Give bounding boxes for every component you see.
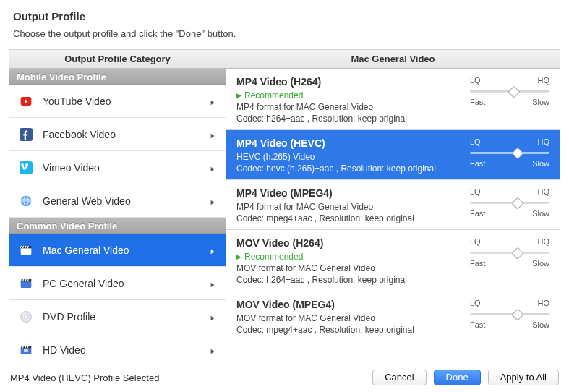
hq-label: HQ	[538, 237, 550, 246]
svg-marker-4	[211, 133, 215, 137]
slider-knob[interactable]	[508, 86, 520, 98]
output-profile-window: Output Profile Choose the output profile…	[0, 0, 569, 392]
svg-marker-18	[211, 249, 215, 253]
disc-icon	[18, 309, 34, 325]
quality-slider[interactable]: LQHQFastSlow	[470, 137, 549, 168]
slider-knob[interactable]	[512, 309, 524, 321]
category-hd-video[interactable]: HDHD Video	[9, 333, 226, 360]
lq-label: LQ	[470, 76, 481, 85]
category-label: Facebook Video	[43, 129, 210, 140]
slow-label: Slow	[532, 98, 549, 106]
clapperboard-icon	[18, 276, 34, 291]
chevron-right-icon	[210, 247, 217, 254]
group-header-mobile-video-profile: Mobile Video Profile	[9, 69, 226, 85]
svg-text:HD: HD	[24, 349, 29, 353]
slider-track[interactable]	[470, 247, 549, 257]
slider-track[interactable]	[470, 148, 549, 158]
format-column-header: Mac General Video	[226, 50, 560, 69]
svg-marker-11	[211, 200, 215, 204]
group-header-common-video-profile: Common Video Profile	[9, 218, 226, 234]
chevron-right-icon	[210, 131, 217, 138]
category-label: General Web Video	[43, 195, 210, 207]
clapperboard-hd-icon: HD	[18, 342, 34, 358]
svg-marker-6	[211, 166, 215, 171]
quality-slider[interactable]: LQHQFastSlow	[470, 299, 549, 329]
fast-label: Fast	[470, 209, 485, 218]
lq-label: LQ	[470, 299, 481, 307]
titlebar: Output Profile Choose the output profile…	[0, 0, 569, 45]
slider-track[interactable]	[470, 309, 549, 319]
category-column: Output Profile Category Mobile Video Pro…	[9, 50, 226, 360]
slider-track[interactable]	[470, 86, 549, 96]
format-codec: Codec: h264+aac , Resolution: keep origi…	[236, 114, 549, 124]
slow-label: Slow	[532, 259, 549, 268]
svg-rect-12	[21, 247, 32, 254]
category-label: Vimeo Video	[43, 162, 210, 174]
category-label: DVD Profile	[43, 311, 210, 323]
lq-label: LQ	[470, 187, 481, 196]
svg-marker-36	[211, 349, 215, 353]
category-facebook-video[interactable]: Facebook Video	[9, 118, 226, 151]
vimeo-icon	[18, 160, 34, 176]
svg-marker-25	[211, 282, 215, 286]
lq-label: LQ	[470, 137, 481, 146]
status-text: MP4 Video (HEVC) Profile Selected	[10, 372, 365, 383]
youtube-icon	[18, 93, 34, 109]
quality-slider[interactable]: LQHQFastSlow	[470, 237, 549, 268]
format-mov-h264[interactable]: MOV Video (H264)RecommendedMOV format fo…	[226, 230, 560, 291]
category-label: YouTube Video	[43, 95, 210, 107]
cancel-button[interactable]: Cancel	[372, 370, 426, 385]
window-title: Output Profile	[13, 10, 556, 22]
slider-knob[interactable]	[512, 197, 524, 210]
hq-label: HQ	[538, 76, 550, 85]
chevron-right-icon	[210, 164, 217, 171]
hq-label: HQ	[538, 137, 550, 146]
lq-label: LQ	[470, 237, 481, 246]
fast-label: Fast	[470, 320, 485, 329]
category-general-web-video[interactable]: General Web Video	[9, 184, 226, 218]
hq-label: HQ	[538, 299, 550, 307]
format-mp4-hevc[interactable]: MP4 Video (HEVC)HEVC (h.265) VideoCodec:…	[226, 130, 560, 180]
bottom-bar: MP4 Video (HEVC) Profile Selected Cancel…	[0, 363, 569, 392]
slow-label: Slow	[532, 209, 549, 218]
svg-marker-2	[211, 100, 215, 104]
window-subtitle: Choose the output profile and click the …	[13, 28, 556, 39]
format-mp4-mpeg4[interactable]: MP4 Video (MPEG4)MP4 format for MAC Gene…	[226, 180, 560, 230]
category-label: Mac General Video	[43, 244, 210, 256]
svg-rect-19	[21, 281, 32, 287]
category-dvd-profile[interactable]: DVD Profile	[9, 300, 226, 333]
category-mac-general-video[interactable]: Mac General Video	[9, 234, 226, 267]
globe-icon	[18, 193, 34, 209]
hq-label: HQ	[538, 187, 550, 196]
category-scroll[interactable]: Mobile Video ProfileYouTube VideoFaceboo…	[9, 69, 226, 360]
category-label: HD Video	[43, 344, 210, 356]
chevron-right-icon	[210, 280, 217, 287]
svg-point-27	[25, 315, 28, 318]
main-panel: Output Profile Category Mobile Video Pro…	[9, 49, 560, 360]
done-button[interactable]: Done	[434, 370, 481, 385]
format-column: Mac General Video MP4 Video (H264)Recomm…	[226, 50, 560, 360]
chevron-right-icon	[210, 98, 217, 105]
fast-label: Fast	[470, 259, 485, 268]
format-scroll[interactable]: MP4 Video (H264)RecommendedMP4 format fo…	[226, 69, 560, 360]
category-column-header: Output Profile Category	[9, 50, 226, 69]
category-youtube-video[interactable]: YouTube Video	[9, 85, 226, 118]
apply-to-all-button[interactable]: Apply to All	[488, 370, 559, 385]
slider-knob[interactable]	[512, 148, 524, 160]
category-vimeo-video[interactable]: Vimeo Video	[9, 151, 226, 184]
fast-label: Fast	[470, 98, 485, 106]
format-mov-mpeg4[interactable]: MOV Video (MPEG4)MOV format for MAC Gene…	[226, 291, 560, 341]
slow-label: Slow	[532, 320, 549, 329]
slider-knob[interactable]	[512, 247, 524, 260]
svg-marker-28	[211, 315, 215, 320]
format-mp4-h264[interactable]: MP4 Video (H264)RecommendedMP4 format fo…	[226, 69, 560, 130]
category-pc-general-video[interactable]: PC General Video	[9, 267, 226, 300]
slider-track[interactable]	[470, 197, 549, 208]
slow-label: Slow	[532, 159, 549, 168]
quality-slider[interactable]: LQHQFastSlow	[470, 76, 549, 106]
format-codec: Codec: h264+aac , Resolution: keep origi…	[236, 275, 549, 285]
quality-slider[interactable]: LQHQFastSlow	[470, 187, 549, 218]
category-label: PC General Video	[43, 278, 210, 289]
chevron-right-icon	[210, 313, 217, 320]
fast-label: Fast	[470, 159, 485, 168]
